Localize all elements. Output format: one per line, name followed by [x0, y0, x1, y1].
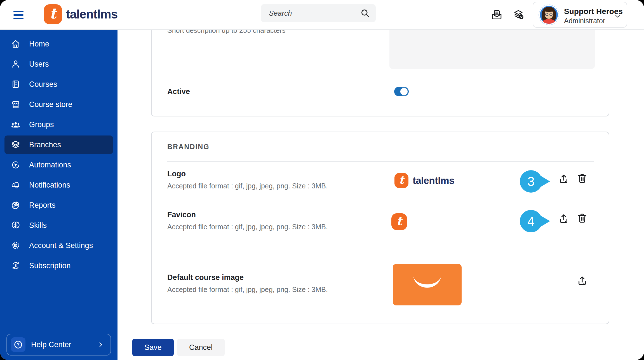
branding-card: BRANDING Logo Accepted file format : gif…	[151, 132, 609, 324]
search-icon[interactable]	[360, 8, 370, 18]
talentlms-logo-mark: t	[394, 173, 408, 188]
sidebar-item-courses[interactable]: Courses	[4, 75, 113, 93]
sidebar-item-reports[interactable]: Reports	[4, 196, 113, 214]
hamburger-menu-icon[interactable]	[13, 10, 24, 20]
branch-switcher-icon[interactable]	[513, 9, 524, 21]
search-bar	[261, 4, 376, 22]
sidebar-item-label: Automations	[29, 161, 71, 169]
logo-preview-image: t talentlms	[394, 173, 454, 188]
sidebar-item-label: Courses	[29, 80, 57, 89]
inbox-message-icon[interactable]	[491, 9, 503, 21]
sidebar-item-skills[interactable]: Skills	[4, 216, 113, 235]
sidebar-item-course-store[interactable]: Course store	[4, 95, 113, 114]
favicon-hint: Accepted file format : gif, jpg, jpeg, p…	[167, 223, 328, 231]
help-icon-chip: ?	[11, 337, 25, 352]
default-course-image-hint: Accepted file format : gif, jpg, jpeg, p…	[167, 286, 328, 294]
trash-icon	[576, 172, 588, 184]
logo-hint: Accepted file format : gif, jpg, jpeg, p…	[167, 182, 328, 190]
chevron-right-icon	[11, 202, 18, 209]
annotation-marker-4: 4	[520, 210, 554, 232]
chevron-down-icon	[614, 12, 622, 20]
sidebar-item-label: Course store	[29, 100, 72, 109]
profile-menu[interactable]: Support Heroes Administrator	[533, 2, 627, 28]
cancel-button[interactable]: Cancel	[177, 339, 225, 356]
sidebar-item-label: Branches	[29, 141, 61, 149]
svg-text:?: ?	[17, 342, 20, 347]
sidebar-item-label: Groups	[29, 120, 54, 129]
favicon-letter: t	[396, 215, 402, 228]
upload-icon	[558, 213, 570, 225]
section-divider	[167, 161, 594, 162]
active-label: Active	[167, 87, 190, 96]
sidebar-item-label: Home	[29, 40, 49, 48]
chevron-right-icon	[11, 242, 18, 249]
user-icon	[11, 59, 21, 69]
storefront-icon	[11, 99, 21, 109]
toggle-knob	[400, 87, 408, 96]
favicon-delete-button[interactable]	[576, 212, 588, 224]
branding-section-title: BRANDING	[167, 143, 210, 151]
upload-icon	[576, 275, 588, 287]
annotation-marker-3: 3	[520, 170, 554, 193]
logo-letter: t	[50, 6, 56, 22]
logo-preview-text: talentlms	[413, 175, 454, 186]
sidebar-item-users[interactable]: Users	[4, 55, 113, 73]
favicon-preview-image: t	[391, 213, 407, 230]
logo-upload-button[interactable]	[558, 173, 570, 185]
sidebar-item-notifications[interactable]: Notifications	[4, 176, 113, 194]
default-course-image-upload-button[interactable]	[576, 275, 588, 287]
sidebar-item-subscription[interactable]: $ Subscription	[4, 256, 113, 275]
active-toggle[interactable]	[394, 87, 409, 96]
favicon-upload-button[interactable]	[558, 213, 570, 225]
brand-logo[interactable]: t talentlms	[44, 4, 117, 24]
logo-label: Logo	[167, 170, 186, 178]
app-window: Short description up to 255 characters A…	[0, 0, 644, 360]
sidebar-item-label: Subscription	[29, 261, 71, 270]
talentlms-logo-mark: t	[44, 4, 62, 24]
sidebar-item-label: Skills	[29, 221, 47, 230]
sidebar-item-label: Reports	[29, 201, 56, 210]
sidebar-item-label: Users	[29, 60, 49, 69]
sidebar-item-label: Notifications	[29, 181, 70, 190]
trash-icon	[576, 212, 588, 224]
smile-graphic	[406, 273, 448, 296]
svg-text:$: $	[15, 264, 17, 268]
brand-logo-text: talentlms	[66, 7, 117, 21]
logo-delete-button[interactable]	[576, 172, 588, 184]
sidebar-item-groups[interactable]: Groups	[4, 115, 113, 134]
default-course-image-label: Default course image	[167, 273, 244, 282]
marker-number: 3	[520, 170, 542, 193]
top-header: t talentlms Support Heroes Administrator	[0, 0, 644, 30]
favicon-label: Favicon	[167, 211, 196, 219]
profile-role: Administrator	[564, 17, 605, 25]
brain-icon	[11, 220, 21, 230]
renew-icon: $	[11, 261, 21, 271]
logo-letter: t	[399, 175, 404, 186]
upload-icon	[558, 173, 570, 185]
home-icon	[11, 39, 21, 49]
sidebar-item-automations[interactable]: Automations	[4, 156, 113, 174]
question-mark-icon: ?	[13, 340, 23, 350]
automation-icon	[11, 160, 21, 170]
sidebar-nav: Home Users Courses Course store Groups B…	[0, 30, 117, 360]
bells-icon	[11, 180, 21, 190]
avatar	[540, 6, 558, 24]
sidebar-item-account-settings[interactable]: Account & Settings	[4, 236, 113, 255]
book-icon	[11, 79, 21, 89]
help-center-button[interactable]: ? Help Center	[6, 334, 111, 356]
marker-number: 4	[520, 210, 542, 232]
people-icon	[11, 120, 21, 130]
sidebar-item-branches[interactable]: Branches	[4, 135, 113, 154]
layers-icon	[11, 140, 21, 150]
help-center-label: Help Center	[31, 340, 71, 349]
search-input[interactable]	[261, 4, 376, 22]
chevron-right-icon	[97, 341, 104, 348]
save-button[interactable]: Save	[132, 339, 174, 356]
sidebar-item-home[interactable]: Home	[4, 35, 113, 53]
sidebar-item-label: Account & Settings	[29, 241, 93, 250]
default-course-image-preview	[393, 264, 462, 305]
